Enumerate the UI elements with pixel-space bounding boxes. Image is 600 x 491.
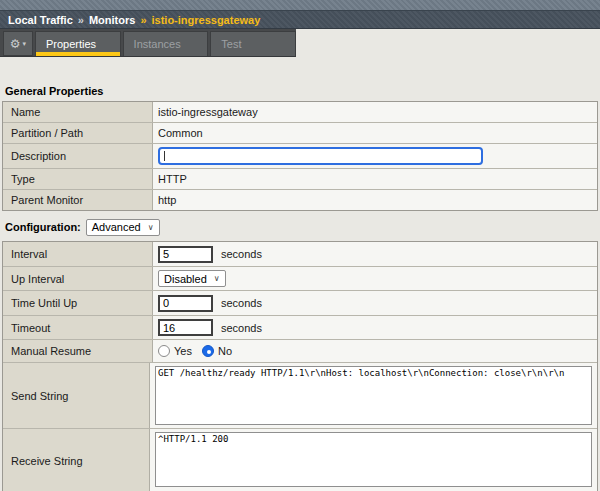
timeout-label: Timeout [3, 316, 153, 339]
table-row: Up Interval Disabled ∨ [3, 266, 597, 290]
table-row: Timeout seconds [3, 315, 597, 339]
monitor-properties-page: Local Traffic » Monitors » istio-ingress… [0, 0, 600, 491]
table-row: Manual Resume Yes No [3, 339, 597, 362]
configuration-header: Configuration: Advanced ∨ [5, 217, 600, 237]
table-row: Name istio-ingressgateway [3, 102, 597, 122]
options-menu-button[interactable]: ⚙ ▾ [3, 31, 33, 56]
timeout-input[interactable] [158, 319, 213, 336]
chevron-down-icon: ∨ [214, 274, 220, 283]
partition-path-label: Partition / Path [3, 123, 153, 143]
main-content: General Properties Name istio-ingressgat… [0, 57, 600, 491]
breadcrumb-monitors[interactable]: Monitors [89, 14, 135, 26]
description-label: Description [3, 144, 153, 168]
gear-icon: ⚙ [10, 38, 21, 50]
time-until-up-input[interactable] [158, 295, 213, 312]
breadcrumb-local-traffic[interactable]: Local Traffic [8, 14, 73, 26]
table-row: Type HTTP [3, 168, 597, 189]
table-row: Description [3, 143, 597, 168]
interval-input[interactable] [158, 246, 213, 263]
top-striped-band [0, 0, 600, 10]
tab-instances[interactable]: Instances [123, 31, 209, 56]
breadcrumb-current-monitor: istio-ingressgateway [152, 14, 261, 26]
manual-resume-no-label: No [218, 345, 232, 357]
time-until-up-unit: seconds [221, 297, 262, 309]
tab-properties[interactable]: Properties [35, 31, 121, 56]
send-string-label: Send String [3, 363, 150, 428]
breadcrumb-separator: » [140, 14, 146, 26]
up-interval-label: Up Interval [3, 267, 153, 290]
table-row: Parent Monitor http [3, 189, 597, 210]
interval-label: Interval [3, 242, 153, 266]
general-properties-title: General Properties [5, 85, 600, 97]
breadcrumb: Local Traffic » Monitors » istio-ingress… [0, 10, 600, 29]
manual-resume-yes-label: Yes [174, 345, 192, 357]
tab-test[interactable]: Test [210, 31, 296, 56]
description-input[interactable] [158, 147, 483, 165]
configuration-label: Configuration: [5, 221, 81, 233]
interval-unit: seconds [221, 248, 262, 260]
type-value: HTTP [153, 169, 597, 189]
table-row: Interval seconds [3, 242, 597, 266]
configuration-table: Interval seconds Up Interval Disabled ∨ … [2, 241, 598, 491]
partition-path-value: Common [153, 123, 597, 143]
description-cell [153, 144, 597, 168]
up-interval-value: Disabled [164, 273, 207, 285]
chevron-down-icon: ∨ [148, 223, 154, 232]
manual-resume-label: Manual Resume [3, 340, 153, 362]
manual-resume-no-radio[interactable] [202, 345, 214, 357]
breadcrumb-separator: » [78, 14, 84, 26]
configuration-mode-value: Advanced [92, 221, 141, 233]
tab-strip: ⚙ ▾ Properties Instances Test [0, 29, 296, 57]
send-string-textarea[interactable]: GET /healthz/ready HTTP/1.1\r\nHost: loc… [155, 366, 592, 425]
receive-string-label: Receive String [3, 429, 150, 491]
receive-string-textarea[interactable]: ^HTTP/1.1 200 [155, 432, 592, 487]
time-until-up-label: Time Until Up [3, 291, 153, 315]
table-row: Partition / Path Common [3, 122, 597, 143]
parent-monitor-value: http [153, 190, 597, 210]
general-properties-table: Name istio-ingressgateway Partition / Pa… [2, 101, 598, 211]
up-interval-select[interactable]: Disabled ∨ [158, 270, 226, 287]
chevron-down-icon: ▾ [23, 40, 27, 47]
table-row: Send String GET /healthz/ready HTTP/1.1\… [3, 362, 597, 428]
name-label: Name [3, 102, 153, 122]
table-row: Time Until Up seconds [3, 290, 597, 315]
manual-resume-radio-group: Yes No [158, 345, 238, 357]
configuration-mode-select[interactable]: Advanced ∨ [86, 219, 160, 236]
parent-monitor-label: Parent Monitor [3, 190, 153, 210]
type-label: Type [3, 169, 153, 189]
text-cursor [164, 151, 165, 161]
name-value: istio-ingressgateway [153, 102, 597, 122]
manual-resume-yes-radio[interactable] [158, 345, 170, 357]
timeout-unit: seconds [221, 322, 262, 334]
table-row: Receive String ^HTTP/1.1 200 [3, 428, 597, 491]
